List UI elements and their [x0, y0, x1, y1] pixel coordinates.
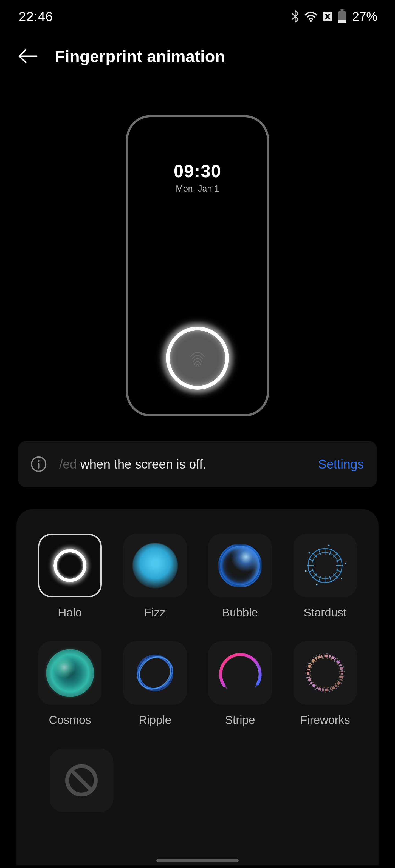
- svg-point-34: [135, 653, 175, 693]
- home-indicator[interactable]: [157, 859, 238, 862]
- animation-option-fizz[interactable]: Fizz: [112, 534, 198, 619]
- stripe-thumb: [208, 641, 272, 705]
- bluetooth-icon: [291, 10, 300, 23]
- wifi-icon: [304, 11, 318, 22]
- arrow-left-icon: [17, 48, 38, 64]
- animation-option-stripe[interactable]: Stripe: [198, 641, 283, 726]
- svg-point-37: [308, 656, 342, 690]
- svg-point-36: [133, 650, 177, 696]
- fireworks-thumb: [293, 641, 357, 705]
- info-text: /ed when the screen is off.: [59, 457, 307, 471]
- fingerprint-icon: [188, 347, 207, 369]
- option-label: Cosmos: [49, 713, 91, 726]
- svg-point-32: [309, 552, 310, 554]
- info-icon: [29, 455, 48, 474]
- svg-line-16: [312, 553, 317, 557]
- animation-option-fireworks[interactable]: Fireworks: [283, 641, 368, 726]
- stripe-icon: [214, 647, 266, 699]
- fireworks-icon: [299, 647, 351, 699]
- animation-option-cosmos[interactable]: Cosmos: [27, 641, 112, 726]
- back-button[interactable]: [17, 45, 38, 67]
- svg-point-27: [345, 563, 346, 564]
- svg-rect-2: [340, 9, 344, 11]
- fingerprint-animation-preview: [166, 327, 229, 390]
- status-icons: 27%: [291, 9, 377, 24]
- stardust-thumb: [293, 534, 357, 597]
- status-bar: 22:46 27%: [0, 0, 395, 33]
- info-banner: /ed when the screen is off. Settings: [18, 441, 377, 487]
- svg-line-15: [333, 553, 338, 557]
- preview-time: 09:30: [174, 161, 221, 181]
- animation-option-halo[interactable]: Halo: [27, 534, 112, 619]
- none-thumb: [50, 748, 113, 812]
- animation-option-stardust[interactable]: Stardust: [283, 534, 368, 619]
- option-label: Bubble: [222, 606, 258, 619]
- page-title: Fingerprint animation: [55, 47, 225, 66]
- svg-rect-8: [38, 463, 40, 468]
- no-sign-icon: [64, 763, 99, 798]
- battery-icon: [337, 9, 347, 24]
- option-label: Fizz: [145, 606, 166, 619]
- svg-point-29: [328, 545, 330, 546]
- halo-thumb: [38, 534, 102, 597]
- svg-point-7: [37, 460, 40, 462]
- animation-option-bubble[interactable]: Bubble: [198, 534, 283, 619]
- animation-option-ripple[interactable]: Ripple: [112, 641, 198, 726]
- svg-point-38: [306, 654, 344, 692]
- svg-point-31: [341, 578, 342, 580]
- preview-date: Mon, Jan 1: [176, 184, 219, 194]
- option-label: Stardust: [304, 606, 346, 619]
- settings-link[interactable]: Settings: [318, 457, 364, 471]
- svg-line-17: [333, 574, 338, 578]
- option-label: Stripe: [225, 713, 255, 726]
- svg-rect-5: [338, 21, 346, 23]
- status-time: 22:46: [19, 9, 53, 24]
- animation-option-none[interactable]: [39, 748, 124, 821]
- ripple-thumb: [123, 641, 187, 705]
- cosmos-thumb: [38, 641, 102, 705]
- svg-line-18: [312, 574, 317, 578]
- sim-error-icon: [322, 11, 333, 22]
- option-label: Halo: [58, 606, 82, 619]
- header: Fingerprint animation: [0, 33, 395, 80]
- ripple-icon: [130, 648, 180, 698]
- svg-line-41: [71, 770, 92, 790]
- stardust-icon: [302, 542, 348, 589]
- bubble-thumb: [208, 534, 272, 597]
- battery-percent: 27%: [352, 9, 377, 24]
- svg-point-30: [316, 584, 318, 586]
- option-label: Fireworks: [300, 713, 350, 726]
- svg-point-39: [310, 658, 340, 688]
- svg-point-0: [310, 20, 312, 22]
- option-label: Ripple: [139, 713, 171, 726]
- animation-grid: Halo Fizz Bubble: [17, 509, 378, 865]
- phone-preview: 09:30 Mon, Jan 1: [126, 115, 269, 416]
- preview-area: 09:30 Mon, Jan 1: [0, 80, 395, 433]
- svg-point-28: [305, 570, 307, 572]
- fizz-thumb: [123, 534, 187, 597]
